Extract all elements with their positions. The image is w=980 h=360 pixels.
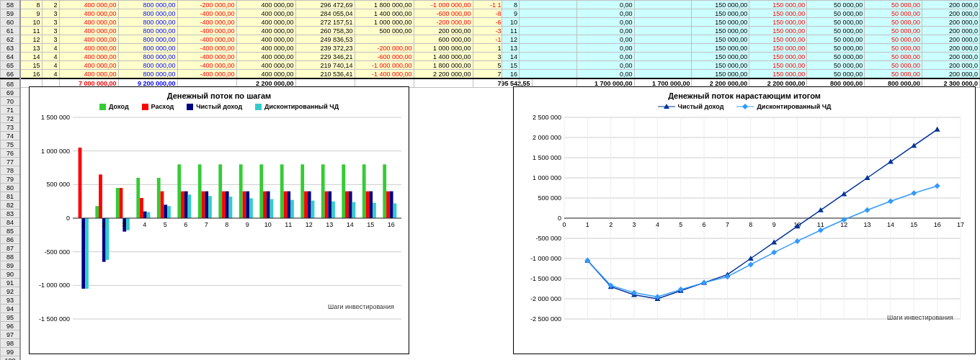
- data-cell[interactable]: [519, 18, 576, 27]
- right-data-table[interactable]: 80,00150 000,00150 000,0050 000,0050 000…: [502, 0, 980, 88]
- data-cell[interactable]: 50 000,00: [865, 44, 922, 53]
- step-num[interactable]: 16: [20, 70, 42, 79]
- data-cell[interactable]: 800 000,00: [118, 35, 177, 44]
- data-cell[interactable]: 800 000,00: [118, 9, 177, 18]
- data-cell[interactable]: 400 000,00: [236, 18, 295, 27]
- data-cell[interactable]: 272 157,51: [295, 18, 355, 27]
- data-cell[interactable]: 260 758,30: [295, 27, 355, 35]
- data-cell[interactable]: 400 000,00: [236, 44, 295, 53]
- data-cell[interactable]: 150 000,00: [692, 35, 749, 44]
- data-cell[interactable]: 400 000,00: [236, 61, 295, 70]
- data-cell[interactable]: 400 000,00: [236, 9, 295, 18]
- data-cell[interactable]: 150 000,00: [749, 1, 807, 9]
- data-cell[interactable]: 0,00: [576, 27, 634, 35]
- data-cell[interactable]: 296 472,69: [295, 1, 355, 9]
- step-num[interactable]: 14: [502, 53, 520, 61]
- data-cell[interactable]: 400 000,00: [59, 18, 118, 27]
- data-cell[interactable]: 200 000,0: [922, 35, 980, 44]
- data-cell[interactable]: 200 000,0: [922, 70, 980, 79]
- data-cell[interactable]: 150 000,00: [692, 61, 749, 70]
- data-cell[interactable]: [519, 53, 576, 61]
- data-cell[interactable]: 50 000,00: [807, 70, 865, 79]
- data-cell[interactable]: 150 000,00: [749, 27, 807, 35]
- data-cell[interactable]: 800 000,00: [118, 53, 177, 61]
- data-cell[interactable]: -1 000 000,00: [355, 61, 414, 70]
- data-cell[interactable]: -1 400 000,00: [355, 70, 414, 79]
- data-cell[interactable]: 50 000,00: [807, 53, 865, 61]
- group-num[interactable]: 4: [42, 53, 59, 61]
- data-cell[interactable]: 150 000,00: [749, 61, 807, 70]
- data-cell[interactable]: [519, 27, 576, 35]
- data-cell[interactable]: [634, 44, 692, 53]
- group-num[interactable]: 3: [42, 35, 59, 44]
- data-cell[interactable]: 50 000,00: [807, 9, 865, 18]
- step-num[interactable]: 14: [20, 53, 42, 61]
- data-cell[interactable]: [634, 53, 692, 61]
- data-cell[interactable]: 284 055,04: [295, 9, 355, 18]
- step-num[interactable]: 8: [502, 1, 520, 9]
- data-cell[interactable]: 239 372,23: [295, 44, 355, 53]
- step-num[interactable]: 10: [20, 18, 42, 27]
- data-cell[interactable]: 0,00: [576, 9, 634, 18]
- step-num[interactable]: 15: [20, 61, 42, 70]
- data-cell[interactable]: -200 000,00: [355, 44, 414, 53]
- data-cell[interactable]: 200 000,00: [414, 27, 473, 35]
- data-cell[interactable]: 800 000,00: [118, 1, 177, 9]
- data-cell[interactable]: [634, 18, 692, 27]
- group-num[interactable]: 3: [42, 18, 59, 27]
- data-cell[interactable]: -400 000,00: [177, 44, 236, 53]
- data-cell[interactable]: 400 000,00: [236, 53, 295, 61]
- step-num[interactable]: 9: [502, 9, 520, 18]
- data-cell[interactable]: 400 000,00: [59, 35, 118, 44]
- data-cell[interactable]: [634, 61, 692, 70]
- data-cell[interactable]: -400 000,00: [177, 61, 236, 70]
- data-cell[interactable]: 0,00: [576, 53, 634, 61]
- data-cell[interactable]: 1 000 000,00: [355, 18, 414, 27]
- data-cell[interactable]: [519, 44, 576, 53]
- left-data-table[interactable]: 5882400 000,00800 000,00-200 000,00400 0…: [0, 0, 533, 88]
- group-num[interactable]: 2: [42, 1, 59, 9]
- data-cell[interactable]: 200 000,0: [922, 44, 980, 53]
- total-cell[interactable]: [414, 78, 473, 88]
- data-cell[interactable]: 219 740,14: [295, 61, 355, 70]
- data-cell[interactable]: [519, 35, 576, 44]
- data-cell[interactable]: -400 000,00: [177, 70, 236, 79]
- data-cell[interactable]: 400 000,00: [236, 1, 295, 9]
- data-cell[interactable]: 1 400 000,00: [355, 9, 414, 18]
- data-cell[interactable]: 150 000,00: [692, 18, 749, 27]
- data-cell[interactable]: [519, 9, 576, 18]
- data-cell[interactable]: 50 000,00: [865, 18, 922, 27]
- data-cell[interactable]: 150 000,00: [749, 18, 807, 27]
- data-cell[interactable]: 800 000,00: [118, 44, 177, 53]
- data-cell[interactable]: 50 000,00: [807, 27, 865, 35]
- data-cell[interactable]: 200 000,0: [922, 53, 980, 61]
- data-cell[interactable]: 50 000,00: [865, 70, 922, 79]
- step-num[interactable]: 13: [502, 44, 520, 53]
- data-cell[interactable]: [519, 1, 576, 9]
- step-num[interactable]: 12: [502, 35, 520, 44]
- group-num[interactable]: 4: [42, 44, 59, 53]
- data-cell[interactable]: 800 000,00: [118, 70, 177, 79]
- data-cell[interactable]: 0,00: [576, 70, 634, 79]
- data-cell[interactable]: 50 000,00: [807, 1, 865, 9]
- data-cell[interactable]: 600 000,00: [414, 35, 473, 44]
- data-cell[interactable]: 400 000,00: [236, 27, 295, 35]
- data-cell[interactable]: 1 800 000,00: [414, 61, 473, 70]
- data-cell[interactable]: 200 000,0: [922, 18, 980, 27]
- data-cell[interactable]: 150 000,00: [692, 1, 749, 9]
- data-cell[interactable]: 0,00: [576, 35, 634, 44]
- step-num[interactable]: 15: [502, 61, 520, 70]
- data-cell[interactable]: 200 000,0: [922, 27, 980, 35]
- data-cell[interactable]: 0,00: [576, 18, 634, 27]
- data-cell[interactable]: [519, 70, 576, 79]
- data-cell[interactable]: 150 000,00: [692, 70, 749, 79]
- step-num[interactable]: 11: [502, 27, 520, 35]
- data-cell[interactable]: 0,00: [576, 1, 634, 9]
- data-cell[interactable]: 50 000,00: [807, 44, 865, 53]
- data-cell[interactable]: 400 000,00: [59, 1, 118, 9]
- data-cell[interactable]: 800 000,00: [118, 61, 177, 70]
- data-cell[interactable]: 200 000,0: [922, 61, 980, 70]
- step-num[interactable]: 12: [20, 35, 42, 44]
- data-cell[interactable]: [519, 61, 576, 70]
- data-cell[interactable]: -600 000,00: [355, 53, 414, 61]
